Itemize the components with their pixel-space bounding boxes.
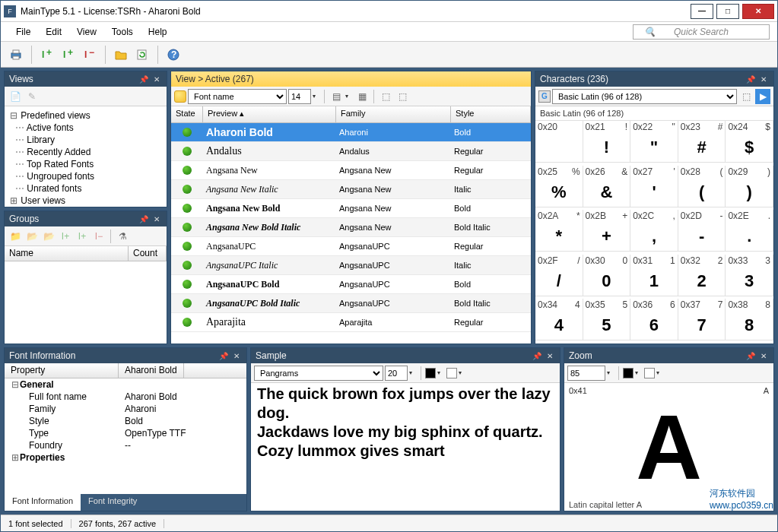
menu-file[interactable]: File [8, 24, 38, 40]
fg-color-icon[interactable] [425, 368, 436, 378]
close-icon[interactable]: ✕ [151, 74, 162, 84]
char-cell[interactable]: 0x25%% [535, 166, 583, 207]
font-row[interactable]: Aharoni BoldAharoniBold [171, 123, 531, 142]
bg-color-icon[interactable] [446, 368, 457, 378]
chevron-down-icon[interactable]: ▾ [313, 93, 320, 100]
print-button[interactable] [7, 46, 25, 64]
char-cell[interactable]: 0x2F// [535, 255, 583, 296]
font-row[interactable]: Angsana New Bold ItalicAngsana NewBold I… [171, 218, 531, 237]
pin-icon[interactable]: 📌 [138, 214, 149, 224]
char-cell[interactable]: 0x2C,, [630, 210, 678, 252]
block-select[interactable]: Basic Latin (96 of 128) [552, 89, 737, 104]
tree-item[interactable]: ⋯ Ungrouped fonts [6, 170, 165, 182]
char-cell[interactable]: 0x28(( [678, 166, 726, 207]
install-alt-button[interactable]: I+ [59, 46, 78, 64]
col-value[interactable]: Aharoni Bold [119, 363, 184, 378]
chevron-down-icon[interactable]: ▾ [656, 369, 664, 376]
tree-item[interactable]: ⋯ Library [6, 134, 165, 146]
col-family[interactable]: Family [336, 106, 451, 122]
help-button[interactable]: ? [164, 46, 183, 64]
fg-color-icon[interactable] [623, 368, 634, 378]
pin-icon[interactable]: 📌 [745, 74, 756, 84]
open-folder-button[interactable] [112, 46, 130, 64]
group-uninstall-icon[interactable]: I− [91, 229, 106, 244]
char-cell[interactable]: 0x29)) [726, 166, 773, 207]
char-cell[interactable]: 0x2A** [535, 210, 583, 252]
char-cell[interactable]: 0x3333 [726, 255, 773, 296]
chevron-down-icon[interactable]: ▾ [437, 369, 445, 376]
chevron-down-icon[interactable]: ▾ [459, 369, 466, 376]
group-install-icon[interactable]: I+ [58, 229, 73, 244]
close-icon[interactable]: ✕ [545, 350, 555, 361]
col-name[interactable]: Name [5, 246, 129, 261]
char-cell[interactable]: 0x27'' [630, 166, 678, 207]
font-row[interactable]: AngsanaUPC Bold ItalicAngsanaUPCBold Ita… [171, 294, 531, 313]
chevron-down-icon[interactable]: ▾ [635, 369, 643, 376]
char-cell[interactable]: 0x3888 [726, 299, 773, 340]
close-button[interactable]: ✕ [742, 4, 774, 19]
char-cell[interactable]: 0x3666 [630, 299, 678, 340]
glyph-mode-icon[interactable]: G [538, 90, 551, 103]
pin-icon[interactable]: 📌 [138, 74, 149, 84]
state-filter-icon[interactable] [174, 90, 186, 103]
char-cell[interactable]: 0x2B++ [583, 210, 631, 252]
char-cell[interactable]: 0x23## [678, 121, 726, 163]
menu-help[interactable]: Help [141, 24, 175, 40]
char-cell[interactable]: 0x22"" [630, 121, 678, 163]
group-install-icon[interactable]: I+ [75, 229, 90, 244]
font-row[interactable]: AngsanaUPC ItalicAngsanaUPCItalic [171, 256, 531, 275]
char-cell[interactable]: 0x3111 [630, 255, 678, 296]
sample-size[interactable] [385, 366, 408, 381]
sample-mode-select[interactable]: Pangrams [254, 366, 383, 381]
refresh-button[interactable] [133, 46, 151, 64]
char-cell[interactable]: 0x3222 [678, 255, 726, 296]
font-row[interactable]: Angsana NewAngsana NewRegular [171, 161, 531, 180]
preview-size[interactable] [288, 89, 311, 104]
options-icon[interactable]: ⬚ [738, 89, 754, 104]
col-property[interactable]: Property [5, 363, 119, 378]
fontlist-body[interactable]: Aharoni BoldAharoniBoldAndalusAndalusReg… [171, 123, 531, 344]
char-cell[interactable]: 0x24$$ [726, 121, 773, 163]
bg-color-icon[interactable] [644, 368, 655, 378]
char-cell[interactable]: 0x3000 [583, 255, 631, 296]
edit-view-icon[interactable]: ✎ [24, 89, 40, 104]
group-icon[interactable]: 📂 [41, 229, 56, 244]
char-cell[interactable]: 0x20 [535, 121, 583, 163]
sort-select[interactable]: Font name [188, 89, 287, 104]
tab-integrity[interactable]: Font Integrity [81, 494, 144, 511]
tree-item[interactable]: ⋯ Active fonts [6, 122, 165, 134]
char-cell[interactable]: 0x3777 [678, 299, 726, 340]
menu-tools[interactable]: Tools [104, 24, 141, 40]
pin-icon[interactable]: 📌 [532, 350, 542, 361]
install-button[interactable]: I+ [38, 46, 56, 64]
views-tree[interactable]: ⊟ Predefined views ⋯ Active fonts⋯ Libra… [5, 106, 167, 207]
new-view-icon[interactable]: 📄 [8, 89, 23, 104]
zoom-size[interactable] [567, 366, 605, 381]
minimize-button[interactable]: — [691, 4, 713, 19]
quick-search[interactable]: 🔍 Quick Search [633, 24, 770, 40]
tree-item[interactable]: ⋯ Top Rated Fonts [6, 158, 165, 170]
col-count[interactable]: Count [129, 246, 167, 261]
char-cell[interactable]: 0x3555 [583, 299, 631, 340]
glyph-icon[interactable]: ⬚ [395, 89, 410, 104]
close-icon[interactable]: ✕ [758, 74, 769, 84]
char-cell[interactable]: 0x3444 [535, 299, 583, 340]
characters-grid[interactable]: 0x20 0x21!!0x22""0x23##0x24$$0x25%%0x26&… [535, 121, 773, 344]
grid-icon[interactable]: ▦ [354, 89, 370, 104]
maximize-button[interactable]: □ [716, 4, 739, 19]
list-icon[interactable]: ▤ [329, 89, 344, 104]
group-icon[interactable]: 📂 [24, 229, 40, 244]
font-row[interactable]: AparajitaAparajitaRegular [171, 313, 531, 332]
close-icon[interactable]: ✕ [231, 350, 242, 361]
col-style[interactable]: Style [451, 106, 531, 122]
glyph-icon[interactable]: ⬚ [378, 89, 393, 104]
new-group-icon[interactable]: 📁 [8, 229, 23, 244]
close-icon[interactable]: ✕ [151, 214, 162, 224]
char-cell[interactable]: 0x2D-- [678, 210, 726, 252]
col-preview[interactable]: Preview ▴ [203, 106, 336, 122]
uninstall-button[interactable]: I− [81, 46, 99, 64]
font-row[interactable]: AndalusAndalusRegular [171, 142, 531, 161]
tab-fontinfo[interactable]: Font Information [5, 494, 81, 511]
filter-icon[interactable]: ⚗ [115, 229, 130, 244]
next-icon[interactable]: ▶ [755, 89, 770, 104]
